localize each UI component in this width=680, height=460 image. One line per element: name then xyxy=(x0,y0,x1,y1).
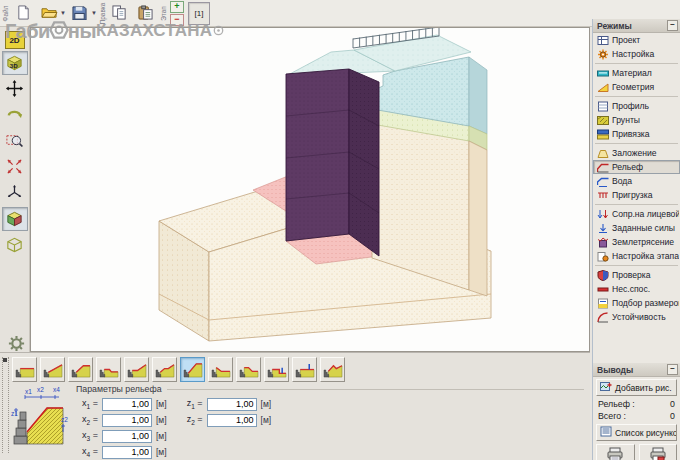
axes-button[interactable] xyxy=(2,181,28,205)
save-file-button[interactable] xyxy=(68,1,92,25)
sidebar-item-water[interactable]: Вода xyxy=(593,174,680,188)
stage-settings-icon xyxy=(597,251,609,262)
sidebar-item-dimensioning[interactable]: Подбор размеров xyxy=(593,296,680,310)
param-row-4: x4 =[м] xyxy=(76,444,271,460)
relief-parameters-title: Параметры рельефа xyxy=(76,384,162,394)
stage-add-remove: + − xyxy=(170,1,184,26)
svg-text:x1: x1 xyxy=(25,388,32,395)
sidebar-item-face-resistance[interactable]: Сопр.на лицевой стороне xyxy=(593,207,680,221)
outputs-minimize-button[interactable]: − xyxy=(667,364,678,375)
terrain-shape-rise-button[interactable] xyxy=(40,357,65,382)
terrain-shape-flat-rise-button[interactable] xyxy=(124,357,149,382)
visualization-style-button[interactable] xyxy=(2,207,28,231)
cyan-soil-side-face xyxy=(469,57,487,134)
sidebar-item-earthquake[interactable]: Землетрясение xyxy=(593,235,680,249)
z1-input[interactable] xyxy=(207,398,257,411)
stage-1-button[interactable]: [1] xyxy=(188,2,210,25)
terrain-shape-dip-button[interactable] xyxy=(96,357,121,382)
add-pic-icon xyxy=(600,381,612,394)
assignment-icon xyxy=(597,129,609,140)
x1-unit: [м] xyxy=(156,399,167,409)
sidebar-item-stage-settings[interactable]: Настройка этапа xyxy=(593,249,680,263)
picture-list-button[interactable]: Список рисунков xyxy=(596,424,677,441)
terrain-icon xyxy=(597,162,609,173)
add-picture-button[interactable]: Добавить рис. xyxy=(596,379,677,396)
x2-unit: [м] xyxy=(156,415,167,425)
geometry-icon xyxy=(597,82,609,93)
relief-count-value: 0 xyxy=(670,399,675,409)
sidebar-item-verification[interactable]: Проверка xyxy=(593,268,680,282)
zoom-extents-button[interactable] xyxy=(2,155,28,179)
sidebar-item-project[interactable]: Проект xyxy=(593,33,680,47)
terrain-shape-wall-water-button[interactable] xyxy=(292,357,317,382)
copy-button[interactable] xyxy=(108,1,132,25)
add-stage-button[interactable]: + xyxy=(170,1,184,13)
sidebar-item-soils[interactable]: Грунты xyxy=(593,113,680,127)
copy-icon xyxy=(111,5,128,22)
x2-input[interactable] xyxy=(102,414,152,427)
terrain-shape-rise-plateau-button[interactable] xyxy=(68,357,93,382)
sidebar-item-stability[interactable]: Устойчивость xyxy=(593,310,680,324)
modes-minimize-button[interactable]: − xyxy=(667,20,678,31)
print-button[interactable] xyxy=(596,444,635,460)
x1-input[interactable] xyxy=(102,398,152,411)
terrain-shape-irregular-button[interactable] xyxy=(320,357,345,382)
z2-label: z2 = xyxy=(181,414,203,426)
view-2d-button[interactable]: 2D xyxy=(5,31,25,49)
terrain-shape-fall-button[interactable] xyxy=(208,357,233,382)
paste-button[interactable] xyxy=(134,1,158,25)
terrain-shape-flat-button[interactable] xyxy=(12,357,37,382)
terrain-shape-rise-berm-button[interactable] xyxy=(152,357,177,382)
sidebar-item-material[interactable]: Материал xyxy=(593,66,680,80)
x4-unit: [м] xyxy=(156,447,167,457)
pan-button[interactable] xyxy=(2,77,28,101)
total-count-row: Всего :0 xyxy=(593,410,680,422)
param-row-3: x3 =[м] xyxy=(76,428,271,444)
param-row-1: x1 =[м]z1 =[м] xyxy=(76,396,271,412)
view-3d-button[interactable]: 3D xyxy=(2,51,28,75)
terrain-shape-fall-shift-button[interactable] xyxy=(236,357,261,382)
sidebar-item-geometry[interactable]: Геометрия xyxy=(593,80,680,94)
z2-input[interactable] xyxy=(207,414,257,427)
x2-label: x2 = xyxy=(76,414,98,426)
dimensioning-icon xyxy=(597,298,609,309)
sidebar-item-embedment[interactable]: Заложение xyxy=(593,146,680,160)
sidebar-item-assignment[interactable]: Привязка xyxy=(593,127,680,141)
open-dropdown-caret[interactable]: ▼ xyxy=(60,10,66,16)
param-row-2: x2 =[м]z2 =[м] xyxy=(76,412,271,428)
new-file-button[interactable] xyxy=(11,1,35,25)
x4-input[interactable] xyxy=(102,446,152,459)
3d-viewport[interactable] xyxy=(30,27,590,352)
sidebar-item-terrain[interactable]: Рельеф xyxy=(593,160,680,174)
sidebar-item-profile[interactable]: Профиль xyxy=(593,99,680,113)
modes-panel-header: Режимы − xyxy=(593,19,680,33)
face-resistance-icon xyxy=(597,209,609,220)
relief-parameters-grid: x1 =[м]z1 =[м]x2 =[м]z2 =[м]x3 =[м]x4 =[… xyxy=(76,396,271,460)
print-settings-button[interactable] xyxy=(639,444,678,460)
x3-input[interactable] xyxy=(102,430,152,443)
sidebar-item-settings[interactable]: Настройка xyxy=(593,47,680,61)
edit-menu-label: Правка xyxy=(98,0,107,26)
view-3d-icon: 3D xyxy=(5,53,24,74)
sidebar-item-bearing[interactable]: Нес.спос. xyxy=(593,282,680,296)
zoom-window-icon xyxy=(5,131,24,152)
open-file-button[interactable] xyxy=(37,1,61,25)
zoom-window-button[interactable] xyxy=(2,129,28,153)
relief-parameters-diagram: x1 x2 x4 z1 z2 xyxy=(11,386,69,452)
rotate-button[interactable] xyxy=(2,103,28,127)
total-count-label: Всего : xyxy=(598,411,626,421)
terrain-shape-drop-water-button[interactable] xyxy=(264,357,289,382)
wireframe-box-button[interactable] xyxy=(2,233,28,257)
sidebar-item-surcharge[interactable]: Пригрузка xyxy=(593,188,680,202)
terrain-shape-steep-rise-button[interactable] xyxy=(180,357,205,382)
remove-stage-button[interactable]: − xyxy=(170,14,184,26)
zoom-extents-icon xyxy=(5,157,24,178)
panel-drag-handle[interactable] xyxy=(2,357,9,453)
stability-icon xyxy=(597,312,609,323)
svg-text:x4: x4 xyxy=(53,386,60,393)
sidebar-item-applied-forces[interactable]: Заданные силы xyxy=(593,221,680,235)
modes-list: ПроектНастройкаМатериалГеометрияПрофильГ… xyxy=(593,33,680,324)
save-dropdown-caret[interactable]: ▼ xyxy=(91,10,97,16)
svg-text:z2: z2 xyxy=(61,416,68,423)
pan-icon xyxy=(5,79,24,100)
